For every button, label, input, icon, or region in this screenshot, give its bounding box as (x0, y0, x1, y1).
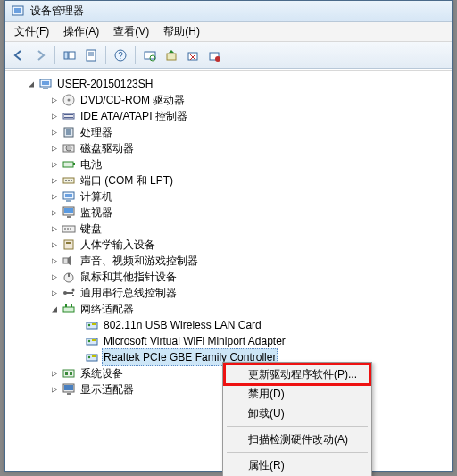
expand-icon[interactable]: ▷ (48, 205, 61, 221)
device-icon (62, 157, 76, 171)
expand-icon[interactable]: ▷ (48, 140, 61, 156)
device-icon (62, 238, 76, 252)
svg-rect-3 (69, 52, 75, 59)
help-button[interactable]: ? (111, 46, 130, 65)
svg-rect-1 (14, 8, 21, 13)
menubar: 文件(F) 操作(A) 查看(V) 帮助(H) (5, 22, 452, 42)
svg-rect-53 (72, 295, 74, 296)
svg-rect-43 (67, 228, 69, 230)
menu-item-label: 属性(R) (248, 458, 285, 473)
tree-node[interactable]: ▷键盘 (9, 221, 448, 237)
svg-rect-68 (70, 372, 72, 375)
separator (54, 46, 55, 64)
tree-label: 监视器 (79, 205, 114, 221)
tree-label: 人体学输入设备 (79, 237, 157, 253)
svg-rect-36 (65, 194, 72, 197)
device-icon (62, 93, 76, 107)
menu-scan-hardware[interactable]: 扫描检测硬件改动(A) (225, 430, 370, 449)
device-manager-window: 设备管理器 文件(F) 操作(A) 查看(V) 帮助(H) ? ◢USER-20… (4, 0, 453, 472)
svg-rect-46 (66, 242, 71, 244)
svg-point-64 (88, 356, 90, 358)
svg-rect-66 (63, 370, 74, 377)
collapse-icon[interactable]: ◢ (25, 76, 37, 92)
svg-point-61 (88, 340, 90, 342)
tree-label: USER-20150123SH (55, 76, 154, 92)
expand-icon[interactable]: ▷ (48, 285, 61, 301)
tree-node[interactable]: ▷磁盘驱动器 (9, 140, 448, 156)
forward-button[interactable] (30, 46, 50, 65)
disable-button[interactable] (204, 46, 224, 65)
tree-node[interactable]: ▷IDE ATA/ATAPI 控制器 (9, 108, 448, 124)
device-icon (62, 366, 76, 380)
menu-file[interactable]: 文件(F) (9, 22, 54, 41)
tree-node[interactable]: ◢USER-20150123SH (9, 76, 448, 92)
uninstall-button[interactable] (183, 46, 203, 65)
menu-disable[interactable]: 禁用(D) (225, 384, 370, 404)
tree-label: DVD/CD-ROM 驱动器 (79, 92, 187, 108)
tree-label: 通用串行总线控制器 (79, 285, 179, 301)
svg-point-34 (71, 180, 72, 181)
svg-rect-47 (63, 258, 68, 263)
back-button[interactable] (9, 46, 29, 65)
svg-rect-49 (68, 273, 70, 277)
svg-point-32 (65, 180, 67, 181)
device-icon (62, 270, 76, 284)
expand-icon[interactable]: ▷ (48, 221, 61, 237)
svg-rect-2 (64, 52, 68, 59)
tree-node[interactable]: ▷人体学输入设备 (9, 237, 448, 253)
scan-hardware-button[interactable] (140, 46, 160, 65)
svg-rect-39 (64, 208, 73, 213)
expand-icon[interactable]: ▷ (48, 381, 61, 397)
menu-properties[interactable]: 属性(R) (225, 455, 370, 475)
app-icon (11, 4, 25, 19)
device-icon (62, 254, 76, 268)
tree-node[interactable]: Microsoft Virtual WiFi Miniport Adapter (9, 333, 448, 349)
menu-help[interactable]: 帮助(H) (158, 22, 205, 41)
tree-node[interactable]: ▷鼠标和其他指针设备 (9, 269, 448, 285)
svg-rect-71 (67, 393, 71, 395)
expand-icon[interactable]: ▷ (48, 188, 61, 205)
show-hide-tree-button[interactable] (60, 46, 79, 65)
menu-view[interactable]: 查看(V) (108, 22, 154, 41)
tree-node[interactable]: ▷声音、视频和游戏控制器 (9, 253, 448, 269)
network-adapter-icon (62, 302, 76, 316)
expand-icon[interactable]: ▷ (48, 108, 61, 124)
update-driver-button[interactable] (162, 46, 181, 65)
device-icon (62, 141, 76, 155)
expand-icon[interactable]: ▷ (48, 156, 61, 172)
expand-icon[interactable]: ▷ (48, 124, 61, 140)
tree-node[interactable]: ▷端口 (COM 和 LPT) (9, 172, 448, 188)
menu-action[interactable]: 操作(A) (58, 22, 104, 41)
tree-node[interactable]: ◢网络适配器 (9, 301, 448, 317)
tree-node[interactable]: ▷DVD/CD-ROM 驱动器 (9, 92, 448, 108)
svg-rect-62 (92, 339, 96, 341)
svg-point-21 (68, 99, 71, 102)
tree-label: 计算机 (79, 188, 114, 205)
expand-icon[interactable]: ▷ (48, 253, 61, 269)
svg-point-16 (215, 56, 220, 62)
expand-icon[interactable]: ▷ (48, 365, 61, 381)
svg-rect-19 (43, 88, 48, 89)
svg-point-33 (68, 180, 70, 181)
expand-icon[interactable]: ▷ (48, 172, 61, 188)
window-title: 设备管理器 (30, 4, 84, 19)
tree-node[interactable]: ▷电池 (9, 156, 448, 172)
svg-rect-22 (63, 113, 74, 119)
svg-rect-29 (63, 162, 73, 167)
tree-node[interactable]: ▷通用串行总线控制器 (9, 285, 448, 301)
menu-uninstall[interactable]: 卸载(U) (225, 404, 370, 423)
expand-icon[interactable]: ▷ (48, 237, 61, 253)
svg-rect-23 (64, 114, 73, 115)
tree-node[interactable]: ▷监视器 (9, 205, 448, 221)
expand-icon[interactable]: ▷ (48, 269, 61, 285)
menu-update-driver[interactable]: 更新驱动程序软件(P)... (225, 364, 370, 384)
tree-label: 处理器 (79, 124, 114, 140)
collapse-icon[interactable]: ◢ (48, 301, 61, 317)
tree-label: IDE ATA/ATAPI 控制器 (79, 108, 189, 124)
tree-node[interactable]: ▷计算机 (9, 188, 448, 205)
expand-icon[interactable]: ▷ (48, 92, 61, 108)
tree-node[interactable]: ▷处理器 (9, 124, 448, 140)
properties-button[interactable] (81, 46, 101, 65)
svg-rect-30 (73, 163, 75, 165)
tree-node[interactable]: 802.11n USB Wireless LAN Card (9, 317, 448, 333)
